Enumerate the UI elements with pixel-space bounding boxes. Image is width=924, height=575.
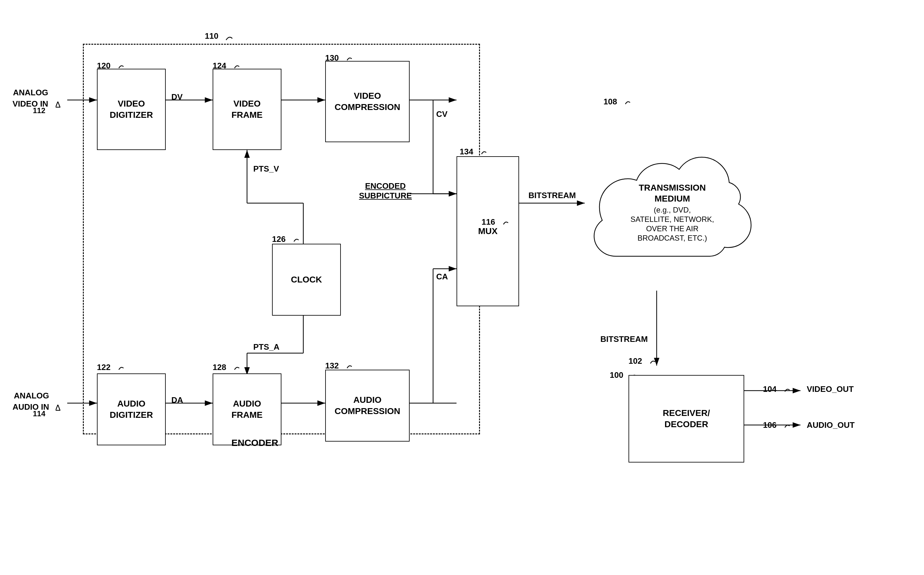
- label-108: 108: [603, 97, 617, 106]
- svg-text:TRANSMISSION: TRANSMISSION: [639, 183, 706, 192]
- svg-text:SATELLITE, NETWORK,: SATELLITE, NETWORK,: [630, 215, 714, 224]
- label-110: 110: [205, 31, 218, 41]
- transmission-medium-cloud: TRANSMISSION MEDIUM (e.g., DVD, SATELLIT…: [585, 106, 760, 291]
- bitstream-top-label: BITSTREAM: [528, 191, 576, 200]
- svg-text:OVER THE AIR: OVER THE AIR: [646, 224, 698, 233]
- ca-label: CA: [436, 272, 448, 281]
- pts-v-label: PTS_V: [253, 164, 279, 174]
- encoded-subpicture-label: ENCODED SUBPICTURE: [359, 181, 412, 201]
- da-label: DA: [171, 396, 183, 405]
- label-116: 116: [482, 217, 495, 227]
- bitstream-bottom-label: BITSTREAM: [600, 334, 648, 344]
- video-digitizer-block: VIDEO DIGITIZER: [97, 69, 166, 150]
- svg-text:BROADCAST, ETC.): BROADCAST, ETC.): [638, 234, 707, 242]
- audio-digitizer-block: AUDIO DIGITIZER: [97, 373, 166, 445]
- label-102: 102: [628, 356, 642, 366]
- receiver-decoder-block: RECEIVER/ DECODER: [628, 375, 744, 462]
- video-compression-block: VIDEO COMPRESSION: [325, 61, 410, 142]
- label-126: 126: [272, 234, 285, 244]
- audio-frame-block: AUDIO FRAME: [213, 373, 281, 445]
- audio-out-label: AUDIO_OUT: [807, 420, 855, 430]
- label-128: 128: [213, 362, 226, 372]
- svg-text:(e.g., DVD,: (e.g., DVD,: [654, 206, 691, 214]
- clock-block: CLOCK: [272, 244, 341, 316]
- dv-label: DV: [171, 92, 183, 102]
- pts-a-label: PTS_A: [253, 342, 280, 352]
- video-out-label: VIDEO_OUT: [807, 384, 854, 394]
- mux-block: MUX: [456, 156, 519, 306]
- label-114: 114: [33, 409, 45, 418]
- video-frame-block: VIDEO FRAME: [213, 69, 281, 150]
- label-100: 100: [610, 370, 623, 380]
- label-112: 112: [33, 106, 45, 115]
- encoder-label: ENCODER: [231, 437, 278, 448]
- label-122: 122: [97, 362, 110, 372]
- cv-label: CV: [436, 110, 447, 119]
- label-134: 134: [460, 147, 473, 157]
- label-106: 106: [763, 420, 776, 430]
- label-132: 132: [325, 361, 339, 371]
- audio-compression-block: AUDIO COMPRESSION: [325, 370, 410, 442]
- label-104: 104: [763, 384, 776, 394]
- svg-text:MEDIUM: MEDIUM: [654, 194, 690, 203]
